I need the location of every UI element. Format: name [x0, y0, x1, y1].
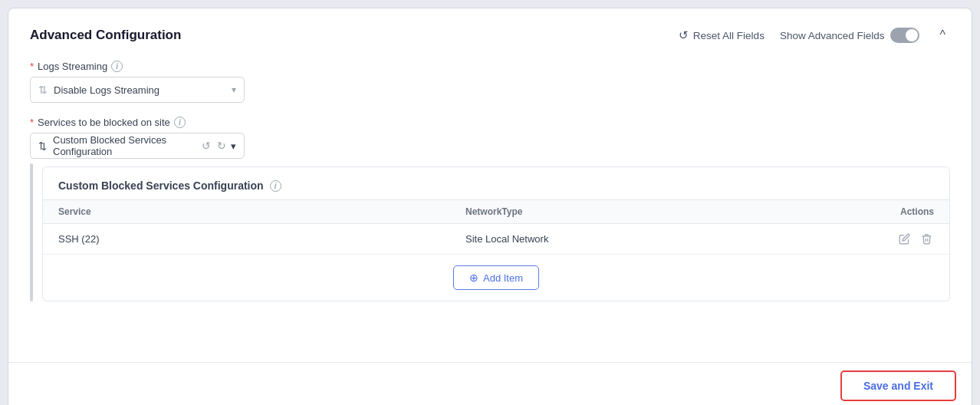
services-blocked-info-icon: i: [174, 117, 186, 128]
footer-row: Save and Exit: [8, 362, 972, 405]
sort-icon: ⇅: [38, 140, 47, 152]
left-border-indicator: [30, 163, 33, 301]
delete-row-button[interactable]: [919, 232, 934, 246]
collapse-icon: ^: [939, 28, 945, 41]
collapse-button[interactable]: ^: [935, 27, 950, 44]
chevron-down-icon: ▾: [231, 140, 236, 152]
custom-config-panel: Custom Blocked Services Configuration i …: [42, 166, 950, 301]
td-networktype: Site Local Network: [465, 233, 873, 245]
required-indicator: *: [30, 117, 34, 128]
logs-streaming-label: * Logs Streaming i: [30, 61, 950, 72]
header-actions: ↺ Reset All Fields Show Advanced Fields …: [679, 27, 950, 44]
required-indicator: *: [30, 61, 34, 72]
td-actions: [873, 232, 934, 246]
panel-title: Custom Blocked Services Configuration: [58, 179, 264, 192]
reset-all-fields-button[interactable]: ↺ Reset All Fields: [679, 28, 765, 42]
services-blocked-label-text: Services to be blocked on site: [38, 117, 170, 128]
select-refresh-button[interactable]: ↻: [215, 138, 228, 153]
logs-streaming-value: Disable Logs Streaming: [54, 84, 225, 96]
show-advanced-row: Show Advanced Fields: [780, 28, 920, 43]
header-row: Advanced Configuration ↺ Reset All Field…: [30, 27, 950, 44]
logs-streaming-label-text: Logs Streaming: [38, 61, 107, 72]
services-blocked-section: * Services to be blocked on site i ⇅ Cus…: [30, 117, 950, 301]
reset-icon: ↺: [679, 28, 689, 42]
edit-icon: [899, 233, 910, 245]
panel-info-icon: i: [270, 180, 281, 192]
indented-panel-wrapper: Custom Blocked Services Configuration i …: [30, 163, 950, 301]
show-advanced-label: Show Advanced Fields: [780, 30, 885, 41]
show-advanced-toggle[interactable]: [890, 28, 919, 43]
table-header: Service NetworkType Actions: [43, 199, 949, 224]
page-title: Advanced Configuration: [30, 28, 181, 43]
reset-label: Reset All Fields: [693, 30, 765, 41]
logs-streaming-dropdown[interactable]: ⇅ Disable Logs Streaming ▾: [30, 77, 245, 103]
add-item-row: ⊕ Add Item: [43, 255, 949, 301]
add-item-label: Add Item: [483, 272, 523, 284]
select-reset-button[interactable]: ↺: [200, 138, 212, 153]
logs-streaming-section: * Logs Streaming i ⇅ Disable Logs Stream…: [30, 61, 950, 103]
table-wrapper: Service NetworkType Actions SSH (22) Sit…: [43, 199, 949, 301]
trash-icon: [921, 233, 932, 245]
edit-row-button[interactable]: [897, 232, 912, 246]
select-actions: ↺ ↻ ▾: [200, 138, 236, 153]
th-service: Service: [58, 206, 465, 217]
logs-streaming-info-icon: i: [111, 61, 123, 72]
services-blocked-value: Custom Blocked Services Configuration: [53, 134, 194, 157]
panel-header: Custom Blocked Services Configuration i: [43, 167, 949, 199]
chevron-down-icon: ▾: [232, 84, 236, 95]
th-networktype: NetworkType: [465, 206, 873, 217]
save-and-exit-button[interactable]: Save and Exit: [840, 370, 956, 401]
services-blocked-dropdown[interactable]: ⇅ Custom Blocked Services Configuration …: [30, 133, 245, 159]
main-content: Advanced Configuration ↺ Reset All Field…: [8, 8, 972, 362]
table-row: SSH (22) Site Local Network: [43, 224, 949, 255]
th-actions: Actions: [873, 206, 934, 217]
add-item-button[interactable]: ⊕ Add Item: [453, 265, 539, 290]
page-container: Advanced Configuration ↺ Reset All Field…: [8, 8, 972, 405]
sort-icon: ⇅: [38, 84, 48, 96]
td-service: SSH (22): [58, 233, 465, 245]
services-blocked-label: * Services to be blocked on site i: [30, 117, 950, 128]
plus-circle-icon: ⊕: [469, 272, 478, 284]
